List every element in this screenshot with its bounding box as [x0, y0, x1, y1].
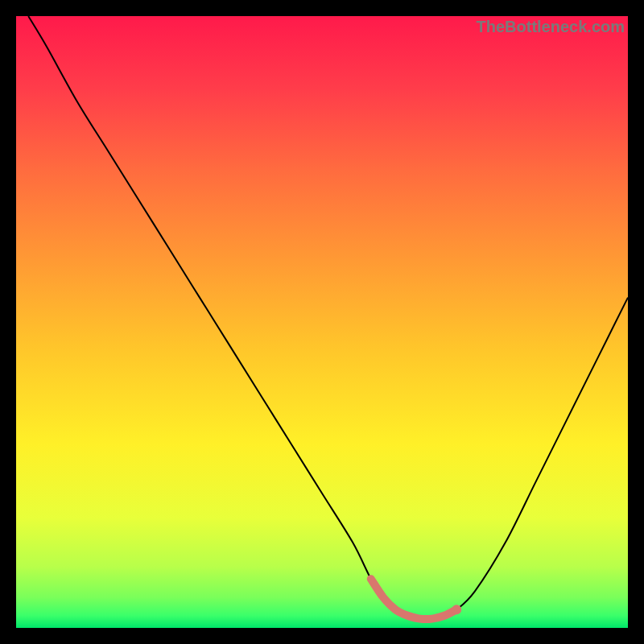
- chart-curve: [16, 16, 628, 628]
- plot-area: TheBottleneck.com: [16, 16, 628, 628]
- watermark-text: TheBottleneck.com: [477, 18, 625, 36]
- svg-point-1: [452, 605, 461, 614]
